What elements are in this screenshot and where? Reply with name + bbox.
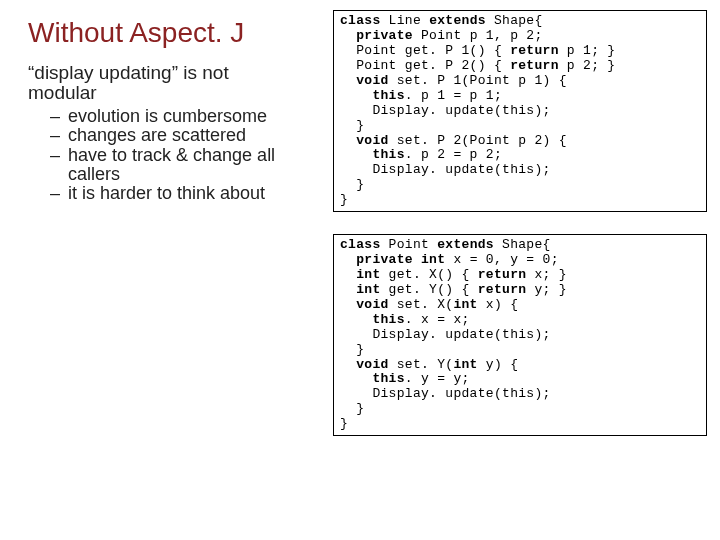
list-item: it is harder to think about xyxy=(54,184,318,203)
slide-title: Without Aspect. J xyxy=(28,18,318,49)
subtitle-line2: modular xyxy=(28,82,97,103)
code-box-line: class Line extends Shape{ private Point … xyxy=(333,10,707,212)
list-item: have to track & change all callers xyxy=(54,146,318,185)
subtitle: “display updating” is not modular xyxy=(28,63,318,103)
list-item: changes are scattered xyxy=(54,126,318,145)
bullet-list: evolution is cumbersome changes are scat… xyxy=(28,107,318,204)
subtitle-line1: “display updating” is not xyxy=(28,62,229,83)
code-line-class: class Line extends Shape{ private Point … xyxy=(340,14,700,208)
code-box-point: class Point extends Shape{ private int x… xyxy=(333,234,707,436)
left-column: Without Aspect. J “display updating” is … xyxy=(28,18,318,204)
code-point-class: class Point extends Shape{ private int x… xyxy=(340,238,700,432)
list-item: evolution is cumbersome xyxy=(54,107,318,126)
